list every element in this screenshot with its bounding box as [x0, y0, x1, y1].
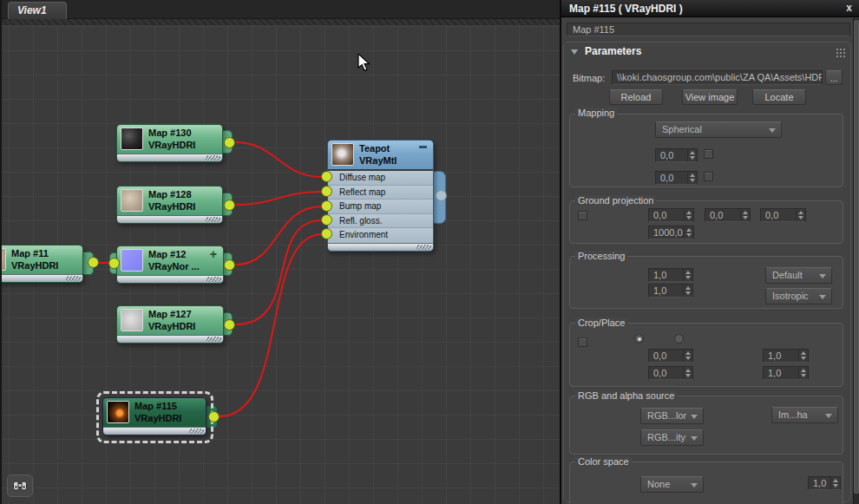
slot-refl-gloss[interactable]: Refl. gloss. [328, 214, 433, 229]
flip-horizontally-checkbox[interactable] [704, 149, 713, 159]
radius-spinner[interactable]: 1000,0 [648, 226, 694, 239]
crop-on-checkbox[interactable] [578, 337, 587, 347]
spinner-arrows-icon[interactable] [683, 285, 692, 297]
output-socket-map128[interactable] [224, 200, 235, 211]
output-socket-map130[interactable] [224, 137, 235, 148]
spinner-arrows-icon[interactable] [830, 477, 840, 489]
input-socket-reflect[interactable] [321, 186, 332, 197]
slot-reflect-map[interactable]: Reflect map [328, 186, 433, 200]
crop-radio[interactable] [634, 334, 644, 344]
u-spinner[interactable]: 0,0 [648, 349, 693, 363]
node-map115[interactable]: Map #115 VRayHDRI [102, 397, 207, 435]
spinner-arrows-icon[interactable] [687, 172, 697, 184]
position-y-spinner[interactable]: 0,0 [705, 208, 751, 222]
slot-environment[interactable]: Environment [328, 228, 433, 243]
tab-view1[interactable]: View1 [8, 2, 67, 19]
bitmap-path-field[interactable]: \\koki.chaosgroup.com\public\ZA QA\Asset… [612, 70, 823, 85]
overall-mult-spinner[interactable]: 1,0 [648, 268, 693, 282]
panel-title-bar[interactable]: Map #115 ( VRayHDRI ) x [561, 0, 859, 17]
slot-bump-map[interactable]: Bump map [328, 200, 433, 214]
node-teapot[interactable]: Teapot VRayMtl Diffuse map Reflect map B… [327, 140, 434, 252]
output-socket-map115[interactable] [208, 411, 220, 422]
browse-button[interactable]: ... [825, 70, 843, 85]
spinner-arrows-icon[interactable] [796, 209, 805, 221]
width-spinner[interactable]: 1,0 [763, 349, 809, 363]
collapse-minus-icon[interactable] [419, 146, 427, 148]
input-socket-bump[interactable] [321, 200, 332, 212]
pan-navigator-button[interactable] [7, 475, 33, 497]
node-map12[interactable]: Map #12 VRayNor ... + [116, 245, 224, 284]
filtering-dropdown[interactable]: Isotropic [765, 288, 832, 304]
flip-vertically-checkbox[interactable] [704, 172, 713, 181]
rollout-drag-handle-icon[interactable] [836, 48, 845, 57]
spinner-arrows-icon[interactable] [798, 350, 808, 362]
position-x-spinner[interactable]: 0,0 [648, 208, 694, 222]
spinner-arrows-icon[interactable] [684, 226, 693, 239]
spinner-arrows-icon[interactable] [798, 367, 808, 379]
resize-grip-icon[interactable] [66, 276, 81, 281]
node-graph-canvas[interactable]: Map #130 VRayHDRI Map #128 VRayHDRI Map … [0, 0, 560, 504]
resize-grip-icon[interactable] [207, 277, 221, 282]
ground-on-checkbox[interactable] [578, 211, 587, 220]
input-socket-reflgloss[interactable] [321, 214, 332, 226]
resize-grip-icon[interactable] [206, 217, 220, 222]
node-thumbnail-map128[interactable] [121, 189, 143, 212]
material-name-input[interactable]: Map #115 [567, 23, 850, 36]
mono-output-dropdown[interactable]: RGB...ity [640, 429, 704, 446]
interpolation-dropdown[interactable]: Default [765, 267, 832, 284]
render-mult-spinner[interactable]: 1,0 [648, 284, 693, 298]
rollout-collapse-icon[interactable] [571, 49, 578, 55]
spinner-arrows-icon[interactable] [683, 350, 692, 362]
place-radio[interactable] [674, 334, 684, 344]
spinner-arrows-icon[interactable] [687, 149, 697, 161]
mapping-type-dropdown[interactable]: Spherical [655, 121, 782, 138]
node-map127[interactable]: Map #127 VRayHDRI [116, 305, 224, 344]
node-resize-bar[interactable] [0, 274, 82, 282]
node-resize-bar[interactable] [117, 154, 222, 161]
node-thumbnail-map130[interactable] [121, 128, 143, 150]
v-spinner[interactable]: 0,0 [648, 366, 693, 380]
slot-diffuse-map[interactable]: Diffuse map [328, 171, 433, 186]
spinner-arrows-icon[interactable] [684, 209, 693, 221]
input-socket-map12[interactable] [108, 258, 120, 269]
node-map128[interactable]: Map #128 VRayHDRI [116, 186, 223, 224]
resize-grip-icon[interactable] [189, 429, 204, 434]
node-resize-bar[interactable] [103, 427, 206, 435]
rollout-title[interactable]: Parameters [585, 45, 641, 57]
rgb-output-dropdown[interactable]: RGB...lor [640, 408, 704, 424]
node-resize-bar[interactable] [117, 275, 223, 283]
view-image-button[interactable]: View image [682, 89, 738, 105]
close-icon[interactable]: x [846, 2, 852, 14]
resize-grip-icon[interactable] [206, 155, 220, 160]
spinner-arrows-icon[interactable] [683, 367, 692, 379]
alpha-source-dropdown[interactable]: Im...ha [771, 407, 838, 423]
reload-button[interactable]: Reload [609, 89, 663, 105]
node-map130[interactable]: Map #130 VRayHDRI [116, 124, 223, 162]
output-socket-map127[interactable] [224, 319, 235, 331]
node-resize-bar[interactable] [328, 243, 433, 251]
node-map11[interactable]: Map #11 VRayHDRI [0, 245, 83, 283]
position-z-spinner[interactable]: 0,0 [760, 208, 806, 222]
horiz-rotation-spinner[interactable]: 0,0 [655, 148, 698, 162]
vert-rotation-spinner[interactable]: 0,0 [655, 171, 698, 185]
spinner-arrows-icon[interactable] [740, 209, 750, 221]
spinner-arrows-icon[interactable] [683, 269, 692, 281]
node-thumbnail-map12[interactable] [121, 249, 143, 272]
panel-scrollbar-thumb[interactable] [854, 20, 859, 494]
expand-plus-icon[interactable]: + [210, 249, 217, 259]
input-socket-diffuse[interactable] [321, 171, 332, 182]
node-resize-bar[interactable] [117, 335, 223, 343]
resize-grip-icon[interactable] [207, 337, 221, 342]
node-thumbnail-map127[interactable] [121, 309, 143, 331]
locate-button[interactable]: Locate [752, 89, 806, 105]
output-socket-map12[interactable] [224, 259, 235, 271]
inverse-gamma-spinner[interactable]: 1,0 [808, 476, 841, 490]
color-space-type-dropdown[interactable]: None [640, 476, 704, 493]
input-socket-environment[interactable] [321, 228, 332, 239]
node-thumbnail-map11[interactable] [0, 248, 6, 271]
node-resize-bar[interactable] [117, 215, 222, 223]
node-thumbnail-teapot[interactable] [331, 143, 354, 166]
node-thumbnail-map115[interactable] [107, 401, 129, 423]
resize-grip-icon[interactable] [416, 245, 431, 250]
output-socket-map11[interactable] [88, 257, 99, 268]
